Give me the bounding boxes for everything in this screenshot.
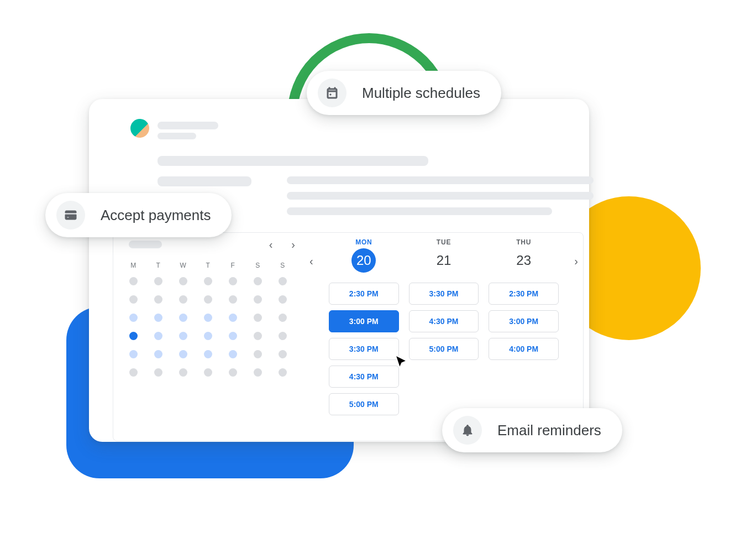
calendar-day-dot[interactable]: [279, 350, 287, 358]
feature-chip-label: Multiple schedules: [362, 85, 480, 102]
weekday-label: T: [146, 262, 171, 269]
avatar: [130, 119, 149, 138]
time-slot-list: 3:30 PM4:30 PM5:00 PM: [409, 283, 479, 360]
feature-chip-label: Accept payments: [101, 207, 211, 224]
calendar-day-dot[interactable]: [154, 368, 162, 377]
calendar-day-dot[interactable]: [204, 350, 212, 358]
calendar-day-dot[interactable]: [279, 295, 287, 304]
time-slot[interactable]: 3:00 PM: [489, 310, 559, 332]
calendar-day-dot[interactable]: [129, 332, 138, 340]
placeholder-text: [287, 192, 594, 200]
feature-chip-payments: Accept payments: [45, 193, 232, 237]
weekday-label: T: [196, 262, 221, 269]
day-weekday: TUE: [437, 238, 451, 246]
chevron-right-icon[interactable]: ›: [291, 238, 295, 251]
calendar-day-dot[interactable]: [229, 350, 237, 358]
placeholder-text: [158, 122, 218, 129]
calendar-day-dot[interactable]: [179, 295, 187, 304]
calendar-day-dot[interactable]: [204, 314, 212, 322]
chevron-left-icon[interactable]: ‹: [269, 238, 273, 251]
placeholder-text: [287, 207, 552, 215]
calendar-day-dot[interactable]: [154, 277, 162, 285]
calendar-day-dot[interactable]: [279, 314, 287, 322]
calendar-day-dot[interactable]: [129, 314, 138, 322]
day-weekday: MON: [355, 238, 372, 246]
mini-calendar-nav: ‹ ›: [269, 238, 295, 251]
time-slot[interactable]: 4:30 PM: [409, 310, 479, 332]
mini-calendar-weekdays: MTWTFSS: [121, 262, 295, 269]
time-slot[interactable]: 5:00 PM: [329, 393, 399, 415]
calendar-day-dot[interactable]: [129, 350, 138, 358]
calendar-day-dot[interactable]: [204, 368, 212, 377]
placeholder-text: [158, 176, 251, 186]
chevron-right-icon[interactable]: ›: [574, 255, 578, 268]
weekday-label: S: [245, 262, 270, 269]
calendar-day-dot[interactable]: [154, 350, 162, 358]
calendar-day-dot[interactable]: [129, 277, 138, 285]
chevron-left-icon[interactable]: ‹: [309, 255, 313, 268]
calendar-day-dot[interactable]: [254, 332, 262, 340]
calendar-day-dot[interactable]: [279, 368, 287, 377]
calendar-day-dot[interactable]: [279, 332, 287, 340]
time-slot[interactable]: 3:30 PM: [329, 338, 399, 360]
calendar-day-dot[interactable]: [254, 350, 262, 358]
day-number[interactable]: 20: [351, 248, 376, 273]
calendar-day-dot[interactable]: [254, 277, 262, 285]
time-slot[interactable]: 4:30 PM: [329, 366, 399, 388]
time-slot-list: 2:30 PM3:00 PM3:30 PM4:30 PM5:00 PM: [329, 283, 399, 415]
calendar-day-dot[interactable]: [204, 277, 212, 285]
day-number[interactable]: 23: [512, 248, 536, 273]
calendar-day-dot[interactable]: [229, 332, 237, 340]
feature-chip-label: Email reminders: [497, 422, 601, 439]
calendar-day-dot[interactable]: [254, 295, 262, 304]
calendar-day-dot[interactable]: [129, 368, 138, 377]
placeholder-text: [287, 176, 594, 184]
day-number[interactable]: 21: [432, 248, 456, 273]
calendar-day-dot[interactable]: [229, 295, 237, 304]
weekday-label: M: [121, 262, 146, 269]
feature-chip-schedules: Multiple schedules: [307, 71, 501, 115]
calendar-day-dot[interactable]: [229, 314, 237, 322]
time-slot-list: 2:30 PM3:00 PM4:00 PM: [489, 283, 559, 360]
mini-calendar-grid[interactable]: [121, 277, 295, 377]
calendar-day-dot[interactable]: [179, 314, 187, 322]
calendar-day-dot[interactable]: [204, 332, 212, 340]
calendar-day-dot[interactable]: [154, 314, 162, 322]
time-slot[interactable]: 2:30 PM: [489, 283, 559, 305]
time-slot[interactable]: 2:30 PM: [329, 283, 399, 305]
calendar-day-dot[interactable]: [254, 368, 262, 377]
calendar-day-dot[interactable]: [204, 295, 212, 304]
calendar-day-dot[interactable]: [229, 368, 237, 377]
calendar-day-dot[interactable]: [179, 368, 187, 377]
calendar-day-dot[interactable]: [254, 314, 262, 322]
time-slot[interactable]: 3:00 PM: [329, 310, 399, 332]
placeholder-text: [158, 156, 428, 166]
calendar-day-dot[interactable]: [179, 277, 187, 285]
weekday-label: W: [171, 262, 196, 269]
feature-chip-reminders: Email reminders: [442, 408, 622, 452]
calendar-day-dot[interactable]: [179, 332, 187, 340]
credit-card-icon: [56, 201, 85, 229]
mini-calendar-month: [129, 241, 162, 248]
calendar-icon: [318, 79, 347, 107]
day-column: MON202:30 PM3:00 PM3:30 PM4:30 PM5:00 PM: [329, 238, 399, 441]
scheduling-card: ‹ › MTWTFSS ‹ › MON202:30 PM3:00 PM3:30 …: [89, 99, 589, 442]
calendar-day-dot[interactable]: [129, 295, 138, 304]
calendar-day-dot[interactable]: [279, 277, 287, 285]
calendar-day-dot[interactable]: [179, 350, 187, 358]
calendar-day-dot[interactable]: [154, 332, 162, 340]
weekday-label: F: [221, 262, 245, 269]
calendar-day-dot[interactable]: [229, 277, 237, 285]
weekday-label: S: [270, 262, 295, 269]
day-weekday: THU: [516, 238, 531, 246]
calendar-day-dot[interactable]: [154, 295, 162, 304]
time-slot[interactable]: 3:30 PM: [409, 283, 479, 305]
bell-icon: [453, 416, 482, 445]
time-slot[interactable]: 4:00 PM: [489, 338, 559, 360]
time-slot[interactable]: 5:00 PM: [409, 338, 479, 360]
placeholder-text: [158, 133, 196, 139]
